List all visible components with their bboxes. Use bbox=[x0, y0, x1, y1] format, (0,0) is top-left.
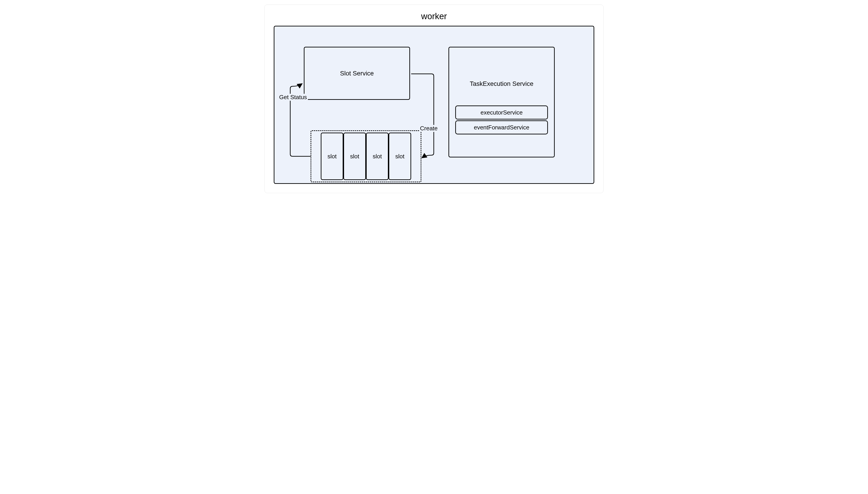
worker-container: Slot Service TaskExecution Service execu… bbox=[274, 26, 594, 184]
slot-label: slot bbox=[395, 153, 404, 160]
slot-label: slot bbox=[328, 153, 337, 160]
task-execution-label: TaskExecution Service bbox=[470, 80, 533, 88]
event-forward-service-label: eventForwardService bbox=[474, 124, 530, 131]
executor-service-box: executorService bbox=[455, 106, 548, 119]
slot-box: slot bbox=[343, 133, 366, 180]
slot-box: slot bbox=[389, 133, 411, 180]
event-forward-service-box: eventForwardService bbox=[455, 120, 548, 134]
task-execution-box: TaskExecution Service executorService ev… bbox=[448, 47, 555, 157]
slot-box: slot bbox=[321, 133, 343, 180]
create-label: Create bbox=[419, 125, 439, 132]
diagram-title: worker bbox=[274, 12, 594, 21]
slot-box: slot bbox=[366, 133, 389, 180]
diagram-frame: worker Slot Service TaskExecution Servic… bbox=[264, 4, 604, 193]
executor-service-label: executorService bbox=[481, 109, 523, 116]
slot-service-label: Slot Service bbox=[340, 70, 374, 77]
slot-service-box: Slot Service bbox=[304, 47, 410, 100]
slots-container: slot slot slot slot bbox=[311, 130, 421, 182]
slot-label: slot bbox=[350, 153, 359, 160]
slot-label: slot bbox=[373, 153, 382, 160]
get-status-label: Get Status bbox=[278, 94, 308, 101]
